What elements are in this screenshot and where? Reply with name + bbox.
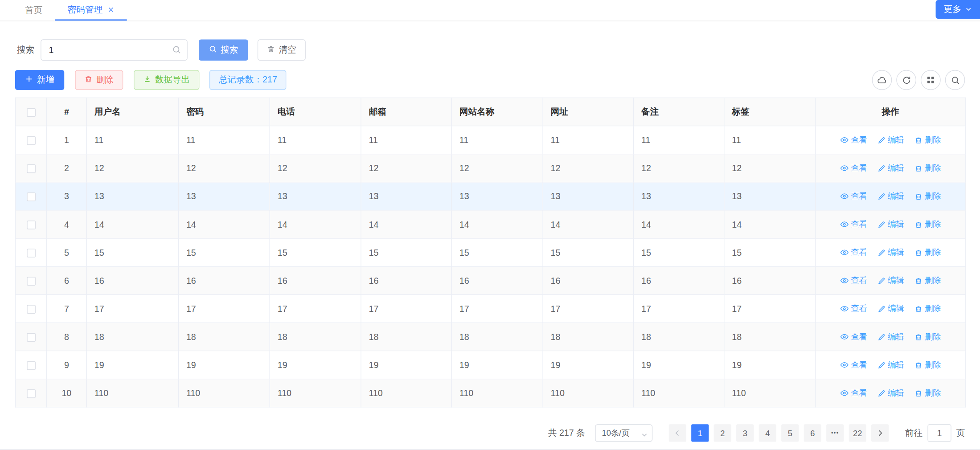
- table-cell: 13: [724, 182, 816, 210]
- edit-link[interactable]: 编辑: [877, 135, 904, 146]
- page-ellipsis[interactable]: •••: [826, 424, 844, 442]
- row-checkbox[interactable]: [27, 136, 36, 145]
- more-button[interactable]: 更多: [936, 0, 980, 19]
- delete-link[interactable]: 删除: [914, 219, 941, 230]
- view-link[interactable]: 查看: [840, 218, 867, 229]
- row-actions-cell: 查看编辑删除: [816, 323, 966, 351]
- row-checkbox-cell: [15, 238, 46, 266]
- tab-home-label: 首页: [25, 5, 42, 16]
- page-button-4[interactable]: 4: [759, 424, 776, 442]
- row-checkbox[interactable]: [27, 164, 36, 173]
- table-cell: 18: [361, 323, 451, 351]
- grid-icon[interactable]: [921, 70, 941, 90]
- tab-close-icon[interactable]: [107, 6, 114, 13]
- table-cell: 17: [724, 295, 816, 323]
- table-row: 21212121212121212查看编辑删除: [15, 154, 965, 182]
- page-button-2[interactable]: 2: [714, 424, 731, 442]
- table-cell: 14: [543, 210, 633, 238]
- edit-link[interactable]: 编辑: [877, 388, 904, 399]
- view-link[interactable]: 查看: [840, 274, 867, 286]
- view-link[interactable]: 查看: [840, 190, 867, 201]
- delete-link[interactable]: 删除: [914, 388, 941, 399]
- row-checkbox[interactable]: [27, 389, 36, 398]
- row-checkbox[interactable]: [27, 192, 36, 201]
- row-checkbox[interactable]: [27, 333, 36, 342]
- prev-page-button[interactable]: [669, 424, 686, 442]
- page-button-22[interactable]: 22: [849, 424, 866, 442]
- view-link[interactable]: 查看: [840, 134, 867, 145]
- view-link[interactable]: 查看: [840, 162, 867, 173]
- row-checkbox[interactable]: [27, 361, 36, 370]
- edit-link[interactable]: 编辑: [877, 219, 904, 230]
- tab-password-management-label: 密码管理: [67, 4, 103, 15]
- row-actions-cell: 查看编辑删除: [816, 238, 966, 266]
- page-size-select[interactable]: 10条/页: [595, 424, 652, 442]
- row-checkbox[interactable]: [27, 221, 36, 229]
- delete-button[interactable]: 删除: [75, 70, 123, 90]
- view-link[interactable]: 查看: [840, 303, 867, 314]
- delete-link[interactable]: 删除: [914, 163, 941, 174]
- table-cell: 18: [451, 323, 543, 351]
- goto-page-group: 前往 页: [905, 424, 965, 442]
- edit-link[interactable]: 编辑: [877, 303, 904, 314]
- view-link[interactable]: 查看: [840, 331, 867, 342]
- refresh-icon[interactable]: [896, 70, 916, 90]
- search-input[interactable]: [41, 39, 188, 61]
- row-checkbox[interactable]: [27, 305, 36, 314]
- next-page-button[interactable]: [871, 424, 889, 442]
- search-icon[interactable]: [945, 70, 965, 90]
- table-row: 11111111111111111查看编辑删除: [15, 126, 965, 154]
- row-checkbox[interactable]: [27, 249, 36, 258]
- row-index: 6: [46, 266, 86, 295]
- total-count-text: 共 217 条: [548, 427, 585, 438]
- table-cell: 16: [724, 266, 816, 295]
- add-button[interactable]: 新增: [15, 70, 65, 90]
- pager: 123456•••22: [666, 424, 891, 442]
- page-button-3[interactable]: 3: [736, 424, 754, 442]
- tab-password-management[interactable]: 密码管理: [55, 0, 127, 20]
- delete-link[interactable]: 删除: [914, 275, 941, 286]
- export-button[interactable]: 数据导出: [134, 70, 199, 90]
- row-checkbox[interactable]: [27, 277, 36, 286]
- delete-link[interactable]: 删除: [914, 331, 941, 342]
- edit-link[interactable]: 编辑: [877, 163, 904, 174]
- search-label: 搜索: [17, 45, 34, 56]
- edit-link[interactable]: 编辑: [877, 191, 904, 202]
- edit-link[interactable]: 编辑: [877, 331, 904, 342]
- search-input-wrap: [41, 39, 188, 61]
- trash-icon: [84, 75, 92, 85]
- table-cell: 110: [86, 379, 178, 407]
- table-cell: 11: [270, 126, 361, 154]
- goto-page-input[interactable]: [927, 424, 951, 442]
- tab-home[interactable]: 首页: [12, 0, 55, 20]
- table-row: 61616161616161616查看编辑删除: [15, 266, 965, 295]
- page-button-5[interactable]: 5: [781, 424, 799, 442]
- row-checkbox-cell: [15, 154, 46, 182]
- cloud-download-icon[interactable]: [872, 70, 892, 90]
- table-cell: 110: [178, 379, 270, 407]
- delete-link[interactable]: 删除: [914, 191, 941, 202]
- table-cell: 16: [270, 266, 361, 295]
- page-button-1[interactable]: 1: [691, 424, 709, 442]
- view-link[interactable]: 查看: [840, 246, 867, 258]
- table-cell: 18: [633, 323, 724, 351]
- edit-link[interactable]: 编辑: [877, 359, 904, 370]
- row-actions-cell: 查看编辑删除: [816, 154, 966, 182]
- delete-link[interactable]: 删除: [914, 303, 941, 314]
- select-all-checkbox[interactable]: [27, 108, 36, 117]
- delete-link[interactable]: 删除: [914, 247, 941, 258]
- clear-button[interactable]: 清空: [258, 39, 306, 61]
- table-cell: 15: [86, 238, 178, 266]
- edit-link[interactable]: 编辑: [877, 247, 904, 258]
- row-actions-cell: 查看编辑删除: [816, 126, 966, 154]
- delete-link[interactable]: 删除: [914, 359, 941, 370]
- table-cell: 11: [361, 126, 451, 154]
- view-link[interactable]: 查看: [840, 387, 867, 398]
- edit-link[interactable]: 编辑: [877, 275, 904, 286]
- view-link[interactable]: 查看: [840, 359, 867, 370]
- table-cell: 18: [724, 323, 816, 351]
- search-button[interactable]: 搜索: [199, 39, 248, 61]
- export-button-label: 数据导出: [155, 74, 190, 86]
- delete-link[interactable]: 删除: [914, 135, 941, 146]
- page-button-6[interactable]: 6: [804, 424, 821, 442]
